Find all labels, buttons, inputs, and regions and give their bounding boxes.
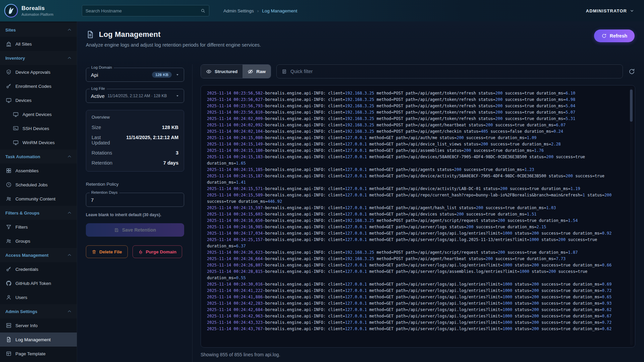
log-line: 2025-11-14 00:24:15,571-borealis.engine.… bbox=[207, 186, 622, 192]
trash-icon bbox=[92, 249, 97, 254]
caret-down-icon bbox=[175, 72, 180, 77]
chevron-up-icon bbox=[67, 210, 72, 216]
sidebar-item-filters[interactable]: Filters bbox=[0, 220, 77, 234]
breadcrumb-admin-settings[interactable]: Admin Settings bbox=[223, 8, 254, 13]
quick-filter-input[interactable] bbox=[290, 69, 618, 74]
log-file-value: Active bbox=[91, 93, 105, 99]
retention-days-field[interactable]: Retention Days bbox=[86, 193, 184, 207]
chevron-up-icon bbox=[67, 55, 72, 61]
chevron-down-icon bbox=[629, 8, 635, 13]
sidebar-section-access-management[interactable]: Access Management bbox=[0, 248, 77, 262]
sidebar-item-groups[interactable]: Groups bbox=[0, 234, 77, 248]
sidebar: SitesAll SitesInventoryDevice ApprovalsE… bbox=[0, 21, 77, 362]
overview-row: Retention7 days bbox=[92, 158, 178, 168]
sidebar-item-assemblies[interactable]: Assemblies bbox=[0, 164, 77, 178]
breadcrumb-log-management: Log Management bbox=[262, 8, 297, 13]
sidebar-section-admin-settings[interactable]: Admin Settings bbox=[0, 304, 77, 318]
hostname-search-input[interactable] bbox=[86, 8, 198, 13]
log-line: 2025-11-14 00:24:02,104-borealis.engine.… bbox=[207, 128, 622, 135]
structured-label: Structured bbox=[215, 69, 237, 74]
save-icon bbox=[114, 228, 119, 233]
sidebar-item-page-template[interactable]: Page Template bbox=[0, 347, 77, 361]
caret-down-icon bbox=[175, 94, 180, 98]
page-header: Log Management Analyze engine logs and a… bbox=[77, 21, 644, 58]
overview-row-value: 3 bbox=[176, 150, 178, 156]
sidebar-item-all-sites[interactable]: All Sites bbox=[0, 37, 77, 51]
quick-filter[interactable] bbox=[276, 64, 623, 78]
structured-view-toggle[interactable]: Structured bbox=[201, 65, 243, 78]
sidebar-section-sites[interactable]: Sites bbox=[0, 23, 77, 37]
chevron-up-icon bbox=[67, 309, 72, 314]
log-line: 2025-11-14 00:24:43,767-borealis.engine.… bbox=[207, 326, 622, 332]
sidebar-section-inventory[interactable]: Inventory bbox=[0, 51, 77, 65]
log-line: 2025-11-14 00:24:16,650-borealis.engine.… bbox=[207, 218, 622, 224]
delete-file-button[interactable]: Delete File bbox=[86, 245, 128, 258]
log-lines: 2025-11-14 00:23:56,582-borealis.engine.… bbox=[207, 90, 622, 332]
sidebar-item-server-info[interactable]: Server Info bbox=[0, 318, 77, 333]
sidebar-item-label: Scheduled Jobs bbox=[15, 182, 48, 187]
section-label: Sites bbox=[5, 27, 16, 33]
sidebar-item-log-management[interactable]: Log Management bbox=[0, 333, 77, 347]
sidebar-item-device-approvals[interactable]: Device Approvals bbox=[0, 65, 77, 79]
hostname-search[interactable] bbox=[82, 5, 209, 16]
clock-icon bbox=[6, 182, 12, 188]
sidebar-item-winrm-devices[interactable]: WinRM Devices bbox=[0, 135, 77, 149]
log-panel: Structured Raw bbox=[193, 64, 635, 362]
brand: Borealis Automation Platform bbox=[4, 4, 76, 18]
log-line: 2025-11-14 00:24:15,185-borealis.engine.… bbox=[207, 167, 622, 173]
sidebar-item-label: Groups bbox=[15, 239, 30, 244]
log-domain-size-badge: 128 KB bbox=[152, 72, 172, 78]
sidebar-item-label: Server Info bbox=[15, 323, 38, 328]
page-title: Log Management bbox=[99, 30, 161, 39]
sidebar-item-label: Users bbox=[15, 295, 27, 300]
sidebar-item-scheduled-jobs[interactable]: Scheduled Jobs bbox=[0, 178, 77, 192]
page-subtitle: Analyze engine logs and adjust log reten… bbox=[86, 42, 635, 48]
retention-days-input[interactable] bbox=[91, 197, 180, 203]
save-retention-button[interactable]: Save Retention bbox=[86, 223, 184, 237]
log-scrollbar[interactable] bbox=[630, 87, 633, 345]
delete-file-label: Delete File bbox=[99, 249, 122, 254]
log-line: 2025-11-14 00:24:15,603-borealis.engine.… bbox=[207, 211, 622, 218]
refresh-button[interactable]: Refresh bbox=[594, 29, 635, 42]
raw-view-toggle[interactable]: Raw bbox=[243, 65, 271, 78]
sidebar-item-users[interactable]: Users bbox=[0, 290, 77, 304]
sidebar-item-ssh-devices[interactable]: SSH Devices bbox=[0, 121, 77, 135]
retention-hint: Leave blank to inherit default (30 days)… bbox=[86, 213, 184, 217]
reload-logs-icon[interactable] bbox=[628, 68, 635, 75]
sidebar-item-agent-devices[interactable]: Agent Devices bbox=[0, 107, 77, 121]
overview-row-value: 11/14/2025, 2:12:12 AM bbox=[126, 135, 178, 140]
user-menu[interactable]: ADMINISTRATOR bbox=[586, 8, 635, 13]
sidebar-section-task-automation[interactable]: Task Automation bbox=[0, 149, 77, 164]
breadcrumb: Admin Settings › Log Management bbox=[223, 8, 297, 13]
sidebar-item-label: SSH Devices bbox=[22, 126, 49, 131]
overview-card: Overview Size128 KBLast Updated11/14/202… bbox=[86, 110, 184, 172]
log-line: 2025-11-14 00:24:15,080-borealis.engine.… bbox=[207, 135, 622, 141]
log-line: 2025-11-14 00:24:26,807-borealis.engine.… bbox=[207, 262, 622, 268]
log-file-select[interactable]: Log File Active 11/14/2025, 2:12:12 AM ·… bbox=[86, 89, 184, 103]
log-domain-select[interactable]: Log Domain Api 128 KB bbox=[86, 68, 184, 82]
sidebar-item-label: Log Management bbox=[15, 337, 51, 342]
sidebar-item-enrollment-codes[interactable]: Enrollment Codes bbox=[0, 79, 77, 93]
purge-domain-button[interactable]: Purge Domain bbox=[132, 245, 182, 258]
sidebar-item-github-api-token[interactable]: GitHub API Token bbox=[0, 276, 77, 290]
retention-days-label: Retention Days bbox=[90, 190, 119, 194]
log-viewer[interactable]: 2025-11-14 00:23:56,582-borealis.engine.… bbox=[201, 85, 635, 348]
user-icon bbox=[6, 294, 12, 300]
sidebar-item-community-content[interactable]: Community Content bbox=[0, 192, 77, 206]
log-domain-value: Api bbox=[91, 72, 98, 78]
breadcrumb-separator: › bbox=[257, 8, 259, 13]
sidebar-item-credentials[interactable]: Credentials bbox=[0, 262, 77, 276]
refresh-icon bbox=[601, 33, 607, 39]
log-line: 2025-11-14 00:24:15,183-borealis.engine.… bbox=[207, 154, 622, 167]
save-retention-label: Save Retention bbox=[122, 227, 156, 233]
sidebar-item-label: Agent Devices bbox=[22, 112, 52, 117]
sidebar-item-label: GitHub API Token bbox=[15, 281, 51, 286]
log-scrollbar-thumb[interactable] bbox=[630, 89, 633, 122]
sidebar-section-filters-groups[interactable]: Filters & Groups bbox=[0, 206, 77, 220]
server-icon bbox=[6, 322, 12, 328]
log-file-meta: 11/14/2025, 2:12:12 AM · 128 KB bbox=[108, 94, 167, 98]
sidebar-item-devices[interactable]: Devices bbox=[0, 93, 77, 107]
overview-row: Last Updated11/14/2025, 2:12:12 AM bbox=[92, 132, 178, 148]
log-toolbar: Structured Raw bbox=[201, 64, 635, 78]
people-icon bbox=[6, 196, 12, 202]
